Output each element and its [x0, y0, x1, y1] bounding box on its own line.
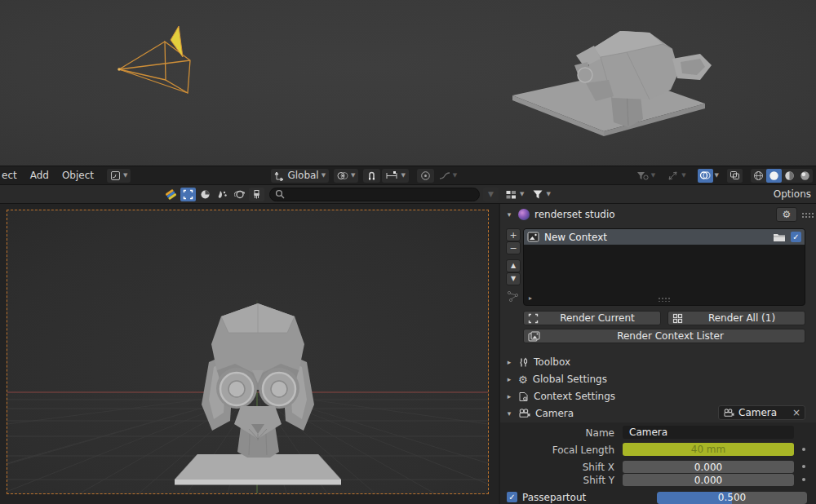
shift-x-field[interactable]: 0.000 [623, 461, 794, 473]
orientation-axes-icon [274, 170, 285, 181]
paint-slots-icon[interactable] [163, 188, 179, 201]
shading-material-button[interactable] [782, 169, 797, 183]
display-mode-dropdown[interactable]: ▼ [502, 188, 527, 201]
render-border-icon [528, 313, 539, 324]
context-move-up-button[interactable]: ▲ [506, 259, 521, 272]
falloff-curve-icon [439, 170, 450, 181]
falloff-square-icon [110, 170, 121, 181]
menu-select-partial[interactable]: ect [0, 170, 24, 181]
snap-toggle[interactable] [363, 169, 380, 183]
show-overlays-toggle[interactable] [698, 169, 713, 183]
context-move-down-button[interactable]: ▼ [506, 272, 521, 285]
context-item-name[interactable]: New Context [544, 232, 768, 243]
particles-icon[interactable] [215, 188, 230, 201]
shading-contrast-icon[interactable] [197, 188, 213, 201]
menu-add[interactable]: Add [24, 170, 55, 181]
passepartout-checkbox[interactable]: ✓ [507, 492, 517, 502]
passepartout-label: Passepartout [522, 492, 586, 503]
section-caret: ▸ [505, 392, 513, 400]
section-toolbox[interactable]: ▸ Toolbox [505, 354, 570, 370]
grid-squares-icon [672, 313, 683, 324]
filter-dropdown[interactable]: ▼ [529, 188, 553, 201]
passepartout-slider[interactable]: 0.500 [657, 492, 807, 504]
shift-y-animate-decorator[interactable] [802, 478, 805, 481]
chevron-down-icon: ▼ [546, 192, 550, 197]
chevron-down-icon[interactable]: ▼ [715, 173, 719, 179]
shift-y-field[interactable]: 0.000 [623, 474, 794, 486]
camera-object-selector[interactable]: Camera × [718, 405, 805, 420]
tool-settings-bar: ▼ ▼ ▼ Options [0, 185, 816, 204]
transform-orientation-dropdown[interactable]: Global ▼ [271, 169, 329, 183]
solid-sphere-icon [769, 170, 779, 181]
context-links-button[interactable] [507, 290, 520, 303]
visibility-filter-icon [636, 170, 649, 181]
funnel-icon [532, 189, 543, 200]
viewport-camera[interactable] [0, 204, 499, 504]
folder-icon[interactable] [773, 232, 786, 242]
camera-object[interactable] [110, 18, 204, 99]
search-input[interactable] [269, 188, 480, 201]
section-camera[interactable]: ▾ Camera [505, 405, 574, 422]
section-label: Camera [535, 408, 574, 419]
context-add-button[interactable]: + [506, 228, 521, 241]
select-box-tool-icon[interactable] [180, 188, 196, 201]
world-orbit-icon[interactable] [232, 188, 247, 201]
pivot-point-dropdown[interactable]: ▼ [334, 169, 358, 183]
chevron-down-icon: ▼ [651, 173, 655, 179]
close-icon[interactable]: × [792, 407, 800, 418]
proportional-falloff-dropdown[interactable]: ▼ [436, 169, 460, 183]
camera-name-value: Camera [629, 427, 667, 438]
render-context-lister-button[interactable]: Render Context Lister [523, 329, 805, 343]
panel-grip-handle[interactable] [801, 212, 814, 218]
proportional-edit-toggle[interactable] [417, 169, 434, 183]
search-icon [275, 189, 285, 199]
panel-settings-button[interactable]: ⚙ [776, 207, 797, 222]
context-remove-button[interactable]: − [506, 241, 521, 254]
show-gizmo-dropdown[interactable]: ▼ [663, 169, 689, 183]
collapse-chevron-button[interactable]: ▼ [483, 188, 499, 201]
tool-fallback-dropdown[interactable]: ▼ [107, 169, 131, 183]
context-enabled-checkbox[interactable]: ✓ [791, 232, 801, 242]
list-resize-grip[interactable] [658, 297, 671, 302]
panel-expand-caret[interactable]: ▾ [505, 210, 513, 219]
shift-x-value: 0.000 [694, 462, 722, 473]
menu-object[interactable]: Object [55, 170, 100, 181]
list-expand-caret[interactable]: ▸ [529, 294, 532, 302]
panel-title: renderset studio [534, 209, 615, 220]
chevron-down-icon: ▼ [520, 192, 524, 197]
render-context-lister-label: Render Context Lister [540, 330, 800, 342]
focal-animate-decorator[interactable] [802, 448, 805, 451]
brush-icon[interactable] [249, 188, 264, 201]
section-caret: ▸ [505, 375, 513, 383]
render-current-button[interactable]: Render Current [523, 311, 661, 325]
section-label: Context Settings [534, 391, 615, 402]
viewport-top[interactable] [0, 0, 816, 166]
focal-length-slider[interactable]: 40 mm [623, 443, 794, 456]
section-context-settings[interactable]: ▸ Context Settings [505, 388, 615, 405]
gear-icon: ⚙ [518, 374, 528, 385]
shading-solid-button[interactable] [766, 169, 782, 183]
shift-y-label: Shift Y [500, 475, 614, 486]
context-list-item[interactable]: New Context ✓ [524, 229, 805, 245]
shift-x-animate-decorator[interactable] [802, 465, 805, 468]
panel-header-renderset[interactable]: ▾ renderset studio [505, 206, 615, 223]
camera-frame-passepartout [7, 210, 489, 494]
wireframe-sphere-icon [753, 170, 764, 181]
camera-name-field[interactable]: Camera [623, 426, 794, 439]
gears-icon: ⚙ [783, 210, 792, 219]
xray-toggle[interactable] [727, 169, 743, 183]
object-visibility-dropdown[interactable]: ▼ [633, 169, 659, 183]
shading-rendered-button[interactable] [797, 169, 813, 183]
focal-length-label: Focal Length [500, 444, 614, 456]
chevron-down-icon: ▼ [123, 173, 127, 179]
camera-icon [518, 409, 530, 418]
options-dropdown[interactable]: Options [774, 188, 811, 200]
monkey-object-top[interactable] [490, 8, 726, 143]
render-all-button[interactable]: Render All (1) [667, 311, 805, 325]
file-gear-icon [518, 391, 529, 402]
shading-wireframe-button[interactable] [751, 169, 766, 183]
blender-window: ect Add Object ▼ Global ▼ ▼ [0, 0, 816, 504]
snap-target-dropdown[interactable]: ▼ [382, 169, 408, 183]
section-global-settings[interactable]: ▸ ⚙ Global Settings [505, 371, 607, 387]
camera-selector-value: Camera [738, 407, 788, 418]
